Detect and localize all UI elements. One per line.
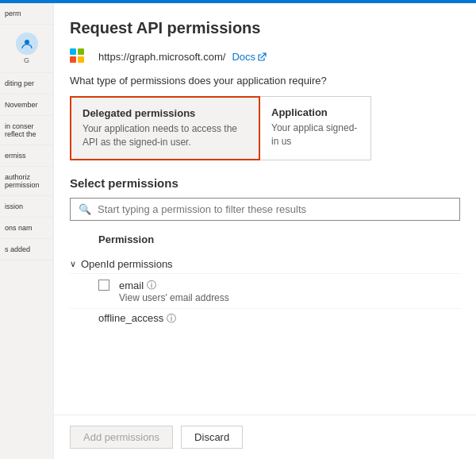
api-url-row: https://graph.microsoft.com/ Docs (70, 48, 460, 65)
svg-rect-4 (78, 56, 84, 63)
email-permission-checkbox[interactable] (98, 280, 109, 291)
select-permissions-title: Select permissions (70, 176, 460, 190)
permission-question: What type of permissions does your appli… (70, 75, 460, 87)
offline-access-permission-item: offline_access ⓘ (70, 308, 460, 329)
sidebar-item-ermiss: ermiss (0, 145, 53, 167)
sidebar-item-perm: perm (0, 3, 53, 25)
email-permission-info: email ⓘ View users' email address (119, 279, 229, 303)
search-box[interactable]: 🔍 (70, 198, 460, 221)
email-permission-desc: View users' email address (119, 292, 229, 303)
sidebar-item-nov: November (0, 94, 53, 116)
discard-button[interactable]: Discard (181, 426, 243, 449)
openid-permissions-group: ∨ OpenId permissions email ⓘ View users'… (70, 255, 460, 329)
svg-point-0 (25, 40, 29, 44)
sidebar-item-ission: ission (0, 196, 53, 218)
email-permission-item: email ⓘ View users' email address (70, 273, 460, 308)
api-url-text: https://graph.microsoft.com/ (98, 51, 225, 63)
application-card-title: Application (271, 106, 359, 118)
main-panel: Request API permissions https://graph.mi… (54, 3, 476, 459)
sidebar-item-editing: diting per (0, 73, 53, 94)
chevron-down-icon: ∨ (70, 259, 76, 269)
application-card-desc: Your applica signed-in us (271, 122, 359, 148)
svg-rect-2 (78, 48, 84, 55)
sidebar: perm G diting per November in conser ref… (0, 3, 54, 459)
email-permission-name: email ⓘ (119, 279, 229, 292)
sidebar-item-ons-nam: ons nam (0, 218, 53, 239)
openid-group-label: OpenId permissions (81, 258, 173, 270)
openid-group-header[interactable]: ∨ OpenId permissions (70, 255, 460, 273)
graph-icon (70, 48, 92, 65)
offline-access-info-icon[interactable]: ⓘ (167, 312, 176, 326)
sidebar-item-g-label: G (24, 56, 29, 64)
sidebar-item-g[interactable]: G (0, 25, 53, 73)
delegated-card-desc: Your application needs to access the API… (83, 122, 248, 149)
svg-rect-1 (70, 48, 76, 55)
svg-rect-3 (70, 56, 76, 63)
delegated-card-title: Delegated permissions (83, 107, 248, 119)
application-permissions-card[interactable]: Application Your applica signed-in us (260, 96, 371, 160)
footer: Add permissions Discard (54, 415, 476, 459)
delegated-permissions-card[interactable]: Delegated permissions Your application n… (70, 96, 260, 160)
permission-type-row: Delegated permissions Your application n… (70, 96, 460, 160)
external-link-icon (257, 52, 267, 62)
sidebar-item-conser: in conser reflect the (0, 116, 53, 145)
sidebar-item-authoriz: authoriz permission (0, 167, 53, 196)
docs-link[interactable]: Docs (232, 51, 267, 63)
search-input[interactable] (98, 203, 451, 215)
page-title: Request API permissions (70, 19, 460, 37)
sidebar-item-s-added: s added (0, 239, 53, 260)
sidebar-user-icon (16, 33, 38, 55)
offline-access-label: offline_access (98, 312, 163, 324)
permission-column-header: Permission (70, 230, 460, 249)
search-icon: 🔍 (79, 203, 91, 215)
email-info-icon[interactable]: ⓘ (147, 279, 156, 292)
add-permissions-button[interactable]: Add permissions (70, 426, 173, 449)
